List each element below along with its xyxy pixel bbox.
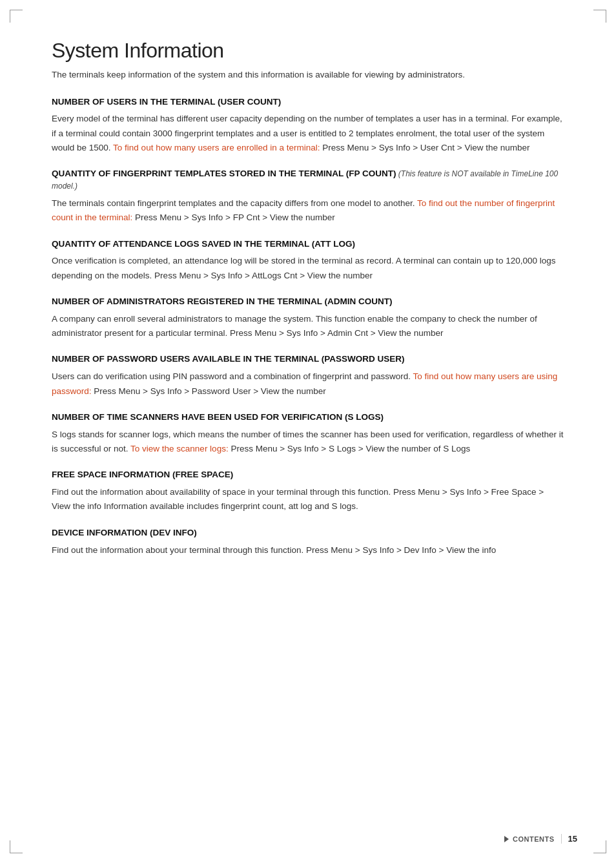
corner-mark-top-left [10, 10, 23, 23]
section-user-count: NUMBER OF USERS IN THE TERMINAL (USER CO… [52, 96, 564, 156]
section-heading-dev-info: DEVICE INFORMATION (DEV INFO) [52, 527, 564, 539]
section-free-space: FREE SPACE INFORMATION (FREE SPACE)Find … [52, 469, 564, 514]
section-password-user: NUMBER OF PASSWORD USERS AVAILABLE IN TH… [52, 353, 564, 398]
section-body-admin-count: A company can enroll several administrat… [52, 312, 564, 341]
section-dev-info: DEVICE INFORMATION (DEV INFO)Find out th… [52, 527, 564, 557]
section-heading-att-log: QUANTITY OF ATTENDANCE LOGS SAVED IN THE… [52, 238, 564, 251]
footer: CONTENTS 15 [504, 834, 577, 844]
section-heading-free-space: FREE SPACE INFORMATION (FREE SPACE) [52, 469, 564, 481]
page-intro: The terminals keep information of the sy… [52, 68, 564, 82]
section-admin-count: NUMBER OF ADMINISTRATORS REGISTERED IN T… [52, 296, 564, 340]
section-heading-password-user: NUMBER OF PASSWORD USERS AVAILABLE IN TH… [52, 353, 564, 366]
section-heading-s-logs: NUMBER OF TIME SCANNERS HAVE BEEN USED F… [52, 411, 564, 424]
contents-label: CONTENTS [513, 835, 555, 843]
corner-mark-bottom-right [593, 840, 606, 853]
section-heading-user-count: NUMBER OF USERS IN THE TERMINAL (USER CO… [52, 96, 564, 109]
highlight-text: To find out how many users are enrolled … [113, 143, 320, 152]
corner-mark-bottom-left [10, 840, 23, 853]
page-number: 15 [561, 834, 577, 844]
section-fp-count: QUANTITY OF FINGERPRINT TEMPLATES STORED… [52, 168, 564, 225]
page-title: System Information [52, 39, 564, 63]
section-body-user-count: Every model of the terminal has differen… [52, 112, 564, 155]
corner-mark-top-right [593, 10, 606, 23]
section-body-s-logs: S logs stands for scanner logs, which me… [52, 428, 564, 457]
section-body-fp-count: The terminals contain fingerprint templa… [52, 196, 564, 225]
section-att-log: QUANTITY OF ATTENDANCE LOGS SAVED IN THE… [52, 238, 564, 283]
section-body-password-user: Users can do verification using PIN pass… [52, 369, 564, 399]
section-s-logs: NUMBER OF TIME SCANNERS HAVE BEEN USED F… [52, 411, 564, 456]
section-body-free-space: Find out the information about availabil… [52, 485, 564, 514]
sections-container: NUMBER OF USERS IN THE TERMINAL (USER CO… [52, 96, 564, 557]
section-body-dev-info: Find out the information about your term… [52, 543, 564, 557]
contents-arrow-icon [504, 836, 509, 842]
section-heading-admin-count: NUMBER OF ADMINISTRATORS REGISTERED IN T… [52, 296, 564, 308]
section-heading-fp-count: QUANTITY OF FINGERPRINT TEMPLATES STORED… [52, 168, 564, 192]
section-body-att-log: Once verification is completed, an atten… [52, 254, 564, 283]
page: System Information The terminals keep in… [0, 0, 616, 863]
highlight-text: To view the scanner logs: [130, 444, 229, 453]
